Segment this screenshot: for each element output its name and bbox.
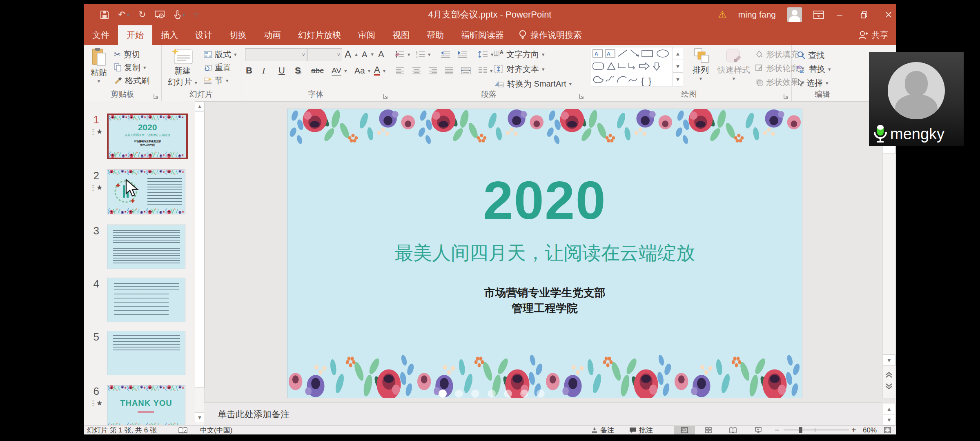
thumbnail-scroll-up-button[interactable]: ▲ xyxy=(195,101,205,111)
ribbon-display-options-button[interactable] xyxy=(813,10,824,20)
normal-view-button[interactable] xyxy=(674,426,695,434)
tab-transitions[interactable]: 切换 xyxy=(221,25,255,45)
slide-thumbnail-2[interactable] xyxy=(107,169,185,214)
previous-slide-button[interactable] xyxy=(883,370,895,380)
notes-pane[interactable]: 单击此处添加备注 xyxy=(204,402,882,426)
font-color-button[interactable]: A ▾ xyxy=(374,65,385,77)
zoom-out-button[interactable]: − xyxy=(775,426,780,434)
cut-button[interactable]: ✂ 剪切 xyxy=(114,48,140,60)
slideshow-view-button[interactable] xyxy=(749,426,767,434)
copy-button[interactable]: 复制 ▾ xyxy=(114,61,146,74)
redo-button[interactable]: ↻ xyxy=(138,9,146,20)
slide-thumbnail-5[interactable] xyxy=(107,331,185,375)
account-avatar[interactable] xyxy=(787,7,802,22)
layout-button[interactable]: 版式 ▾ xyxy=(204,48,237,60)
strikethrough-button[interactable]: abc xyxy=(311,65,324,77)
align-center-button[interactable] xyxy=(412,65,421,77)
new-slide-button[interactable]: 新建 幻灯片 ▾ xyxy=(165,47,200,87)
tab-view[interactable]: 视图 xyxy=(384,25,418,45)
editor-scroll-down-button[interactable]: ▼ xyxy=(883,354,895,366)
character-spacing-button[interactable]: AV ▾ xyxy=(332,65,347,77)
tab-home[interactable]: 开始 xyxy=(118,25,152,45)
slide-canvas[interactable]: 2020 最美人间四月天，让阅读在云端绽放 市场营销专业学生党支部 管理工程学院 xyxy=(287,109,802,398)
shapes-scroll-up-button[interactable]: ▲ xyxy=(673,47,683,60)
tab-slideshow[interactable]: 幻灯片放映 xyxy=(290,25,350,45)
tab-foxit-reader[interactable]: 福昕阅读器 xyxy=(452,25,512,45)
tab-design[interactable]: 设计 xyxy=(187,25,221,45)
text-direction-button[interactable]: A 文字方向 ▾ xyxy=(494,48,545,60)
paragraph-dialog-launcher[interactable] xyxy=(579,94,584,99)
start-slideshow-button[interactable] xyxy=(155,11,165,19)
presentation-dots-indicator[interactable] xyxy=(439,390,545,398)
paste-button[interactable]: 粘贴 ▾ xyxy=(87,47,111,84)
restore-button[interactable] xyxy=(860,11,868,19)
reset-button[interactable]: 重置 xyxy=(204,61,231,74)
align-right-button[interactable] xyxy=(428,65,437,77)
bold-button[interactable]: B xyxy=(246,65,252,77)
slide-thumbnail-3[interactable] xyxy=(107,225,185,269)
animation-star-icon[interactable]: ⋮★ xyxy=(89,127,102,136)
font-name-combobox[interactable]: ˅ xyxy=(245,48,307,61)
underline-button[interactable]: U xyxy=(278,65,285,77)
slide-sorter-view-button[interactable] xyxy=(699,426,717,434)
slide-counter[interactable]: 幻灯片 第 1 张, 共 6 张 xyxy=(87,426,157,434)
align-left-button[interactable] xyxy=(396,65,405,77)
touch-mode-button[interactable]: ▾ xyxy=(174,10,185,19)
convert-to-smartart-button[interactable]: 转换为 SmartArt ▾ xyxy=(494,78,572,90)
justify-button[interactable] xyxy=(445,65,454,77)
shapes-gallery[interactable]: A A { } ▲ ▼ ▼ xyxy=(591,47,683,87)
find-button[interactable]: 查找 xyxy=(797,49,824,61)
decrease-indent-button[interactable] xyxy=(441,48,450,60)
minimize-button[interactable] xyxy=(835,11,844,19)
zoom-slider-track[interactable] xyxy=(784,430,849,430)
tab-insert[interactable]: 插入 xyxy=(152,25,187,45)
slide-org-line1[interactable]: 市场营销专业学生党支部 xyxy=(287,285,802,300)
account-name[interactable]: ming fang xyxy=(738,10,776,20)
shapes-more-button[interactable]: ▼ xyxy=(673,72,683,86)
spellcheck-button[interactable] xyxy=(178,426,187,434)
reading-view-button[interactable] xyxy=(724,426,742,434)
zoom-slider-thumb[interactable] xyxy=(799,427,802,433)
text-shadow-button[interactable]: S xyxy=(295,65,301,77)
language-indicator[interactable]: 中文(中国) xyxy=(200,426,232,434)
shapes-scroll-down-button[interactable]: ▼ xyxy=(673,60,683,72)
format-painter-button[interactable]: 格式刷 xyxy=(114,74,149,87)
select-button[interactable]: 选择 ▾ xyxy=(797,77,829,89)
slide-org-line2[interactable]: 管理工程学院 xyxy=(287,301,802,316)
animation-star-icon[interactable]: ⋮★ xyxy=(89,399,102,408)
quick-styles-button[interactable]: 快速样式 ▾ xyxy=(716,47,752,82)
tab-review[interactable]: 审阅 xyxy=(350,25,384,45)
bullets-button[interactable]: ▾ xyxy=(396,48,410,60)
font-dialog-launcher[interactable] xyxy=(383,94,388,99)
save-button[interactable] xyxy=(100,10,109,19)
slide-subtitle[interactable]: 最美人间四月天，让阅读在云端绽放 xyxy=(287,241,802,266)
italic-button[interactable]: I xyxy=(262,65,265,77)
undo-button[interactable]: ↶▾ xyxy=(118,9,129,20)
slide-thumbnail-6[interactable]: THANK YOU xyxy=(107,385,185,425)
notes-scroll-down-button[interactable]: ▼ xyxy=(883,414,895,425)
share-button[interactable]: 共享 xyxy=(858,25,889,45)
close-button[interactable] xyxy=(884,11,893,19)
font-size-combobox[interactable]: ˅ xyxy=(307,48,342,61)
tab-animations[interactable]: 动画 xyxy=(255,25,290,45)
zoom-level[interactable]: 60% xyxy=(863,426,877,434)
decrease-font-size-button[interactable]: A▼ xyxy=(362,48,374,60)
next-slide-button[interactable] xyxy=(883,381,895,391)
fit-slide-to-window-button[interactable] xyxy=(884,426,891,434)
align-text-button[interactable]: 对齐文本 ▾ xyxy=(494,63,545,75)
numbering-button[interactable]: 123 ▾ xyxy=(416,48,431,60)
notes-placeholder[interactable]: 单击此处添加备注 xyxy=(218,408,290,421)
tab-file[interactable]: 文件 xyxy=(84,25,118,45)
notes-toggle-button[interactable]: 备注 xyxy=(591,426,614,434)
drawing-dialog-launcher[interactable] xyxy=(783,94,789,99)
animation-star-icon[interactable]: ⋮★ xyxy=(89,183,102,192)
notes-scroll-up-button[interactable]: ▲ xyxy=(883,403,895,414)
zoom-in-button[interactable]: + xyxy=(851,426,856,434)
slide-title-year[interactable]: 2020 xyxy=(287,169,802,231)
upload-warning-icon[interactable]: ⚠ xyxy=(718,9,727,20)
comments-toggle-button[interactable]: 批注 xyxy=(629,426,653,434)
increase-indent-button[interactable] xyxy=(458,48,468,60)
replace-button[interactable]: ab ac 替换 ▾ xyxy=(797,63,831,75)
section-button[interactable]: 节 ▾ xyxy=(204,74,229,87)
clipboard-dialog-launcher[interactable] xyxy=(153,94,159,99)
